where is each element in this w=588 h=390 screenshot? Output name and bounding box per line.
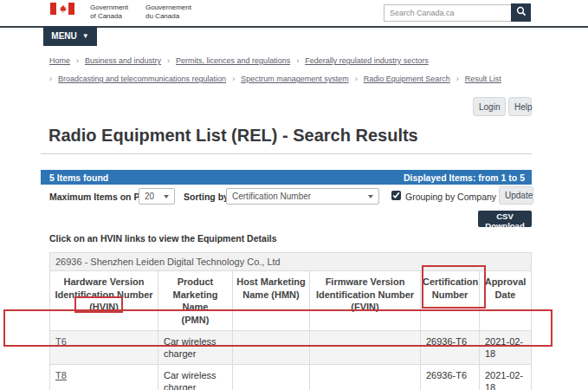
help-button[interactable]: Help bbox=[508, 97, 532, 116]
fvin-cell bbox=[310, 331, 421, 365]
breadcrumb-separator: › bbox=[232, 75, 235, 83]
col-header-hvin: Hardware Version Identification Number (… bbox=[50, 271, 158, 331]
breadcrumb-link-spectrum[interactable]: Spectrum management system bbox=[241, 75, 349, 83]
col-header-certification-number: Certification Number bbox=[421, 271, 480, 331]
col-header-line: (FVIN) bbox=[312, 301, 418, 314]
col-header-line: Identification Number bbox=[312, 289, 418, 302]
page-title: Radio Equipment List (REL) - Search Resu… bbox=[48, 126, 418, 146]
breadcrumb-row-1: Home›Business and industry›Permits, lice… bbox=[49, 56, 429, 65]
displayed-items-text: Displayed Items: from 1 to 5 bbox=[404, 172, 525, 183]
breadcrumb-separator: › bbox=[296, 56, 299, 65]
breadcrumb-link-business[interactable]: Business and industry bbox=[85, 56, 161, 65]
chevron-down-icon bbox=[164, 195, 169, 198]
breadcrumb-link-broadcasting[interactable]: Broadcasting and telecommunications regu… bbox=[58, 75, 226, 83]
breadcrumb-separator: › bbox=[76, 56, 79, 65]
gov-signature-en: Governmentof Canada bbox=[90, 3, 128, 20]
page: Governmentof Canada Gouvernementdu Canad… bbox=[0, 0, 588, 390]
fvin-cell bbox=[310, 365, 421, 390]
gov-signature-fr: Gouvernementdu Canada bbox=[145, 3, 191, 20]
grouping-checkbox[interactable] bbox=[391, 191, 401, 200]
col-header-fvin: Firmware Version Identification Number (… bbox=[310, 271, 421, 331]
canada-flag-icon bbox=[49, 3, 75, 15]
col-header-line: Marketing Name bbox=[160, 289, 230, 314]
company-group-row: 26936 - Shenzhen Leiden Digital Technolo… bbox=[50, 253, 532, 271]
max-items-value: 20 bbox=[145, 192, 154, 201]
magnifier-icon bbox=[516, 6, 527, 19]
title-divider bbox=[41, 153, 532, 154]
hmn-cell bbox=[233, 365, 310, 390]
breadcrumb-link-radio-equipment-search[interactable]: Radio Equipment Search bbox=[364, 75, 450, 83]
search-button[interactable] bbox=[511, 3, 531, 22]
certification-number-cell: 26936-T6 bbox=[421, 365, 480, 390]
breadcrumb-separator: › bbox=[355, 75, 358, 83]
sorting-by-value: Certification Number bbox=[232, 192, 311, 201]
hvin-link-t6[interactable]: T6 bbox=[55, 336, 67, 347]
breadcrumb-link-permits[interactable]: Permits, licences and regulations bbox=[176, 56, 290, 65]
hvin-cell: T6 bbox=[50, 331, 158, 365]
col-header-line: Host Marketing bbox=[235, 276, 307, 289]
menu-button[interactable]: MENU ▼ bbox=[43, 26, 97, 46]
approval-date-cell: 2021-02-18 bbox=[480, 331, 532, 365]
pmn-cell: Car wireless charger bbox=[158, 331, 233, 365]
col-header-line: Certification bbox=[423, 276, 477, 289]
col-header-line: Date bbox=[481, 289, 529, 302]
csv-download-button[interactable]: CSV Download bbox=[478, 211, 532, 227]
results-table: 26936 - Shenzhen Leiden Digital Technolo… bbox=[49, 252, 532, 390]
col-header-line: (HVIN) bbox=[52, 301, 156, 314]
sorting-by-label: Sorting by bbox=[184, 192, 229, 202]
breadcrumb-link-home[interactable]: Home bbox=[49, 56, 70, 65]
items-found-text: 5 Items found bbox=[49, 172, 108, 183]
max-items-select[interactable]: 20 bbox=[139, 188, 175, 205]
chevron-down-icon: ▼ bbox=[82, 33, 89, 40]
col-header-pmn: Product Marketing Name (PMN) bbox=[158, 271, 233, 331]
update-button[interactable]: Update bbox=[499, 186, 533, 205]
table-row: T6 Car wireless charger 26936-T6 2021-02… bbox=[50, 331, 532, 365]
hvin-note: Click on an HVIN links to view the Equip… bbox=[49, 233, 277, 244]
hvin-link-t8[interactable]: T8 bbox=[55, 370, 67, 380]
col-header-line: Name (HMN) bbox=[235, 289, 307, 302]
hmn-cell bbox=[233, 331, 310, 365]
col-header-line: Product bbox=[160, 276, 230, 289]
grouping-label: Grouping by Company bbox=[405, 192, 496, 202]
pmn-cell: Car wireless charger bbox=[158, 365, 233, 390]
col-header-approval-date: Approval Date bbox=[480, 271, 532, 331]
col-header-line: Identification Number bbox=[52, 289, 156, 302]
search-input[interactable] bbox=[384, 4, 512, 22]
breadcrumb-link-federally-regulated[interactable]: Federally regulated industry sectors bbox=[305, 56, 429, 65]
col-header-line: Firmware Version bbox=[312, 276, 418, 289]
breadcrumb-separator: › bbox=[49, 75, 52, 83]
login-button[interactable]: Login bbox=[473, 97, 506, 116]
results-summary-bar: 5 Items found Displayed Items: from 1 to… bbox=[41, 170, 532, 185]
table-header-row: Hardware Version Identification Number (… bbox=[50, 271, 532, 331]
certification-number-cell: 26936-T6 bbox=[421, 331, 480, 365]
hvin-cell: T8 bbox=[50, 365, 158, 390]
sorting-by-select[interactable]: Certification Number bbox=[226, 188, 379, 205]
breadcrumb-separator: › bbox=[456, 75, 459, 83]
breadcrumb-separator: › bbox=[167, 56, 170, 65]
col-header-line: (PMN) bbox=[160, 314, 230, 327]
col-header-line: Hardware Version bbox=[52, 276, 156, 289]
col-header-line: Number bbox=[423, 289, 477, 302]
table-row: T8 Car wireless charger 26936-T6 2021-02… bbox=[50, 365, 532, 390]
breadcrumb-row-2: ›Broadcasting and telecommunications reg… bbox=[49, 75, 501, 83]
breadcrumb-link-result-list[interactable]: Result List bbox=[465, 75, 501, 83]
approval-date-cell: 2021-02-18 bbox=[480, 365, 532, 390]
chevron-down-icon bbox=[368, 195, 373, 198]
company-group-header: 26936 - Shenzhen Leiden Digital Technolo… bbox=[50, 253, 532, 271]
col-header-line: Approval bbox=[481, 276, 529, 289]
col-header-hmn: Host Marketing Name (HMN) bbox=[233, 271, 310, 331]
